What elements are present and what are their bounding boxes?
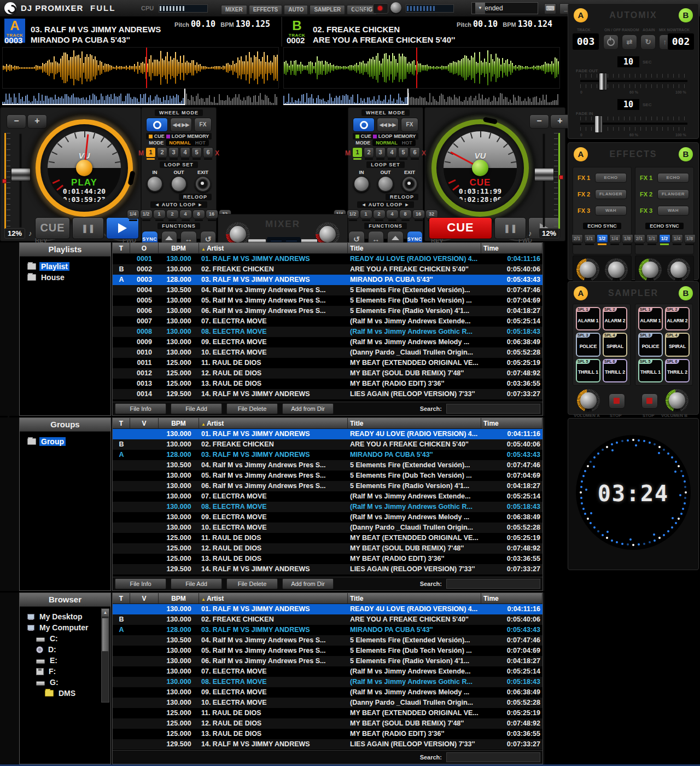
tree-item-house[interactable]: House (27, 273, 110, 282)
table-row[interactable]: A128.00003. RALF M VS JIMMY ANDREWSMIRAN… (113, 450, 542, 460)
memory-slot-3[interactable]: 3 (168, 147, 179, 158)
sample-pad-police[interactable]: SPL 3POLICE (576, 333, 600, 356)
auto-loop-1-2[interactable]: 1/2 (347, 210, 359, 219)
loop-in-button[interactable] (353, 176, 370, 192)
column-header-title[interactable]: Title (348, 593, 481, 604)
column-header-title[interactable]: Title (348, 418, 481, 429)
loop-out-button[interactable] (377, 176, 394, 192)
table-row[interactable]: 130.50004. Ralf M vs Jimmy Andrews Pres … (113, 460, 542, 471)
echo-sync-1-4[interactable]: 1/4 (672, 234, 683, 243)
automix-again-button[interactable]: ↻ (640, 34, 656, 50)
echo-sync-1-1[interactable]: 1/1 (646, 234, 658, 243)
sampler-stop-button-a[interactable] (609, 393, 625, 409)
browser-tree-scrollbar[interactable]: ▲ (101, 608, 109, 703)
tree-item-g-[interactable]: G: (36, 678, 110, 687)
table-row[interactable]: B130.00002. FREAKE CHICKENARE YOU A FREA… (113, 614, 542, 625)
record-button[interactable] (373, 3, 388, 14)
fx-echo-button[interactable]: ECHO (657, 173, 689, 183)
memory-x-button[interactable]: X (421, 148, 427, 159)
column-header-v[interactable]: V (130, 593, 159, 604)
button-file-delete[interactable]: File Delete (226, 403, 278, 414)
auto-loop-8[interactable]: 8 (399, 210, 412, 219)
search-input[interactable] (446, 579, 540, 589)
wheel-vinyl-mode-button[interactable] (146, 118, 168, 132)
memory-slot-1[interactable]: 1 (145, 147, 156, 158)
table-row[interactable]: 130.00009. ELECTRA MOVE(Ralf M vs Jimmy … (113, 512, 542, 523)
table-row[interactable]: 125.00013. RAUL DE DIOSMY BEAT (RADIO ED… (113, 729, 542, 739)
memory-slot-1[interactable]: 1 (352, 147, 363, 158)
button-file-add[interactable]: File Add (171, 403, 222, 414)
menu-button-effects[interactable]: EFFECTS (249, 5, 283, 15)
table-row[interactable]: 130.00009. ELECTRA MOVE(Ralf M vs Jimmy … (113, 687, 542, 698)
fx-wah-button[interactable]: WAH (595, 206, 627, 216)
table-row[interactable]: A128.00003. RALF M VS JIMMY ANDREWSMIRAN… (113, 625, 542, 635)
table-row[interactable]: 129.50014. RALF M VS JIMMY ANDREWSLIES A… (113, 739, 542, 750)
echo-sync-1-8[interactable]: 1/8 (684, 234, 696, 243)
column-header-bpm[interactable]: BPM (159, 593, 199, 604)
table-row[interactable]: 130.00008. ELECTRA MOVE(Ralf M vs Jimmy … (113, 502, 542, 512)
table-row[interactable]: 0001130.00001. RALF M VS JIMMY ANDREWSRE… (113, 254, 542, 264)
column-header-artist[interactable]: ▲Artist (199, 243, 348, 254)
column-header-time[interactable]: Time (481, 243, 542, 254)
sampler-volume-knob-a[interactable] (577, 389, 600, 412)
fx-flanger-button[interactable]: FLANGER (657, 189, 689, 199)
column-header-bpm[interactable]: BPM (159, 243, 199, 254)
wheel-vinyl-mode-button[interactable] (353, 118, 375, 132)
echo-sync-1-8[interactable]: 1/8 (622, 234, 633, 243)
sample-pad-alarm-1[interactable]: SPL 1ALARM 1 (638, 307, 663, 330)
sampler-stop-button-b[interactable] (641, 393, 658, 409)
deck-b-pitch-fader[interactable] (534, 168, 554, 181)
deck-b-waveform[interactable] (283, 47, 560, 89)
auto-loop-16[interactable]: 16 (412, 210, 425, 219)
table-row[interactable]: 125.00012. RAUL DE DIOSMY BEAT (SOUL DUB… (113, 718, 542, 729)
music-note-icon[interactable]: ♪ (528, 229, 532, 237)
memory-x-button[interactable]: X (214, 148, 220, 159)
column-header-artist[interactable]: ▲Artist (199, 418, 348, 429)
deck-b-pitch-plus-button[interactable]: + (550, 114, 570, 129)
music-note-icon[interactable]: ♪ (28, 229, 32, 237)
mode-hot-button[interactable]: HOT (195, 140, 206, 146)
table-row[interactable]: 130.00008. ELECTRA MOVE(Ralf M vs Jimmy … (113, 677, 542, 687)
tree-item-my-desktop[interactable]: My Desktop (27, 612, 110, 621)
table-row[interactable]: 130.50004. Ralf M vs Jimmy Andrews Pres … (113, 635, 542, 646)
table-row[interactable]: 130.00005. Ralf M vs Jimmy Andrews Pres … (113, 471, 542, 481)
echo-sync-1-1[interactable]: 1/1 (584, 234, 596, 243)
table-row[interactable]: B130.00002. FREAKE CHICKENARE YOU A FREA… (113, 439, 542, 450)
echo-sync-2-1[interactable]: 2/1 (571, 234, 583, 243)
loop-exit-button[interactable] (401, 176, 418, 192)
search-input[interactable] (446, 404, 540, 414)
auto-loop-4[interactable]: 4 (179, 210, 192, 219)
tree-item-dms[interactable]: DMS (45, 689, 110, 698)
column-header-v[interactable]: V (130, 418, 159, 429)
fade-out-slider-handle[interactable] (599, 73, 607, 90)
dry-wet-knob-b[interactable] (639, 258, 662, 281)
sample-pad-thrill-2[interactable]: SPL 6THRILL 2 (665, 359, 690, 382)
table-row[interactable]: 130.00010. ELECTRA MOVE(Danny Pardo _Cla… (113, 698, 542, 708)
fade-in-slider[interactable] (580, 117, 687, 131)
table-row[interactable]: B0002130.00002. FREAKE CHICKENARE YOU A … (113, 264, 542, 275)
keyboard-icon[interactable]: ⌨ (544, 3, 556, 14)
deck-b-pitch-minus-button[interactable]: − (529, 114, 549, 129)
auto-loop-2[interactable]: 2 (166, 210, 179, 219)
column-header-o[interactable]: O (130, 243, 159, 254)
auto-loop-1-4[interactable]: 1/4 (127, 210, 139, 219)
column-header-t[interactable]: T (113, 418, 130, 429)
table-row[interactable]: 130.00006. Ralf M vs Jimmy Andrews Pres … (113, 481, 542, 491)
deck-a-pitch-fader[interactable] (11, 168, 31, 181)
mode-hot-button[interactable]: HOT (402, 140, 412, 146)
sample-pad-thrill-1[interactable]: SPL 5THRILL 1 (638, 359, 663, 382)
menu-button-mixer[interactable]: MIXER (221, 5, 247, 15)
deck-a-waveform[interactable] (2, 47, 279, 89)
deck-a-cue-button[interactable]: CUE (35, 217, 70, 239)
table-row[interactable]: 0013125.00013. RAUL DE DIOSMY BEAT (RADI… (113, 379, 542, 389)
wheel-seek-mode-button[interactable]: ◀◀ ▶▶ (377, 118, 399, 132)
button-file-info[interactable]: File Info (115, 403, 166, 414)
param-knob-b[interactable] (667, 258, 690, 281)
table-row[interactable]: 0005130.00005. Ralf M vs Jimmy Andrews P… (113, 295, 542, 306)
auto-loop-4[interactable]: 4 (386, 210, 399, 219)
sample-pad-alarm-2[interactable]: SPL 2ALARM 2 (665, 307, 690, 330)
sample-pad-spiral[interactable]: SPL 4SPIRAL (603, 333, 627, 356)
memory-slot-4[interactable]: 4 (180, 147, 190, 158)
table-row[interactable]: 130.00001. RALF M VS JIMMY ANDREWSREADY … (113, 429, 542, 439)
tree-item-e-[interactable]: E: (36, 656, 110, 665)
